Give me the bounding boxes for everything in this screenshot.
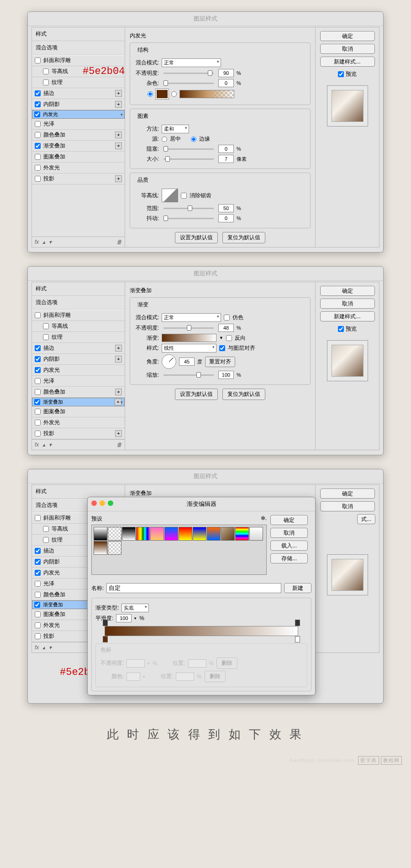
- color-swatch[interactable]: [156, 89, 169, 99]
- style-checkbox[interactable]: [35, 570, 41, 576]
- up-icon[interactable]: ▴: [42, 239, 45, 245]
- style-item-0[interactable]: 斜面和浮雕: [32, 55, 125, 66]
- up-icon[interactable]: ▴: [42, 644, 45, 651]
- style-item-7[interactable]: 颜色叠加+: [32, 130, 125, 141]
- style-checkbox[interactable]: [43, 334, 49, 340]
- style-item-8[interactable]: 渐变叠加+: [32, 398, 125, 406]
- style-checkbox[interactable]: [35, 633, 41, 639]
- up-icon[interactable]: ▴: [42, 442, 45, 448]
- style-checkbox[interactable]: [35, 592, 41, 598]
- jitter-input[interactable]: [218, 214, 234, 222]
- opacity-slider[interactable]: [163, 73, 214, 74]
- blend-mode-select[interactable]: 正常: [162, 58, 221, 67]
- range-slider[interactable]: [163, 208, 214, 209]
- plus-icon[interactable]: +: [115, 356, 122, 363]
- size-input[interactable]: [218, 155, 234, 163]
- style-checkbox[interactable]: [35, 378, 41, 384]
- gradient-preview[interactable]: [179, 90, 234, 98]
- down-icon[interactable]: ▾: [49, 442, 52, 448]
- style-item-2[interactable]: 纹理: [32, 332, 125, 343]
- ok-button[interactable]: 确定: [320, 31, 375, 41]
- cancel-button[interactable]: 取消: [320, 501, 375, 511]
- plus-icon[interactable]: +: [115, 345, 122, 352]
- plus-icon[interactable]: +: [115, 101, 122, 108]
- style-checkbox[interactable]: [35, 356, 41, 362]
- angle-input[interactable]: [179, 358, 195, 366]
- cancel-button[interactable]: 取消: [320, 44, 375, 54]
- style-checkbox[interactable]: [43, 68, 49, 74]
- noise-input[interactable]: [218, 79, 234, 87]
- style-item-6[interactable]: 光泽: [32, 376, 125, 387]
- style-item-2[interactable]: 纹理: [32, 77, 125, 88]
- style-checkbox[interactable]: [35, 622, 41, 628]
- style-checkbox[interactable]: [43, 537, 49, 543]
- new-style-button[interactable]: 新建样式...: [320, 311, 375, 321]
- reset-align-button[interactable]: 重置对齐: [205, 357, 235, 367]
- gradient-bar[interactable]: [162, 334, 216, 342]
- gradient-name-input[interactable]: [106, 583, 281, 593]
- style-checkbox[interactable]: [35, 548, 41, 554]
- style-item-7[interactable]: 颜色叠加+: [32, 387, 125, 398]
- style-checkbox[interactable]: [43, 323, 49, 329]
- style-item-9[interactable]: 图案叠加: [32, 152, 125, 163]
- smoothness-input[interactable]: [116, 614, 132, 622]
- style-checkbox[interactable]: [35, 611, 41, 617]
- style-checkbox[interactable]: [35, 431, 41, 437]
- contour-picker[interactable]: [162, 189, 178, 202]
- style-item-1[interactable]: 等高线: [32, 321, 125, 332]
- style-checkbox[interactable]: [34, 111, 40, 117]
- style-item-3[interactable]: 描边+: [32, 343, 125, 354]
- gradient-type-select[interactable]: 实底: [121, 604, 149, 612]
- opacity-input[interactable]: [218, 69, 234, 77]
- style-item-1[interactable]: 等高线: [32, 66, 125, 77]
- style-checkbox[interactable]: [35, 176, 41, 182]
- style-checkbox[interactable]: [43, 79, 49, 85]
- reverse-checkbox[interactable]: [226, 335, 232, 341]
- opacity-input[interactable]: [218, 324, 234, 332]
- style-checkbox[interactable]: [35, 559, 41, 565]
- style-item-6[interactable]: 光泽: [32, 119, 125, 130]
- style-checkbox[interactable]: [35, 90, 41, 96]
- source-edge-radio[interactable]: [191, 137, 196, 142]
- style-checkbox[interactable]: [34, 602, 40, 608]
- style-checkbox[interactable]: [35, 143, 41, 149]
- plus-icon[interactable]: +: [115, 399, 121, 405]
- minimize-icon[interactable]: [100, 500, 105, 506]
- style-checkbox[interactable]: [34, 399, 40, 405]
- preview-checkbox[interactable]: [338, 70, 344, 78]
- ge-new-button[interactable]: 新建: [284, 583, 311, 593]
- style-item-11[interactable]: 投影+: [32, 174, 125, 184]
- style-item-4[interactable]: 内阴影+: [32, 354, 125, 365]
- style-checkbox[interactable]: [35, 345, 41, 351]
- style-checkbox[interactable]: [35, 132, 41, 138]
- style-checkbox[interactable]: [35, 121, 41, 127]
- style-checkbox[interactable]: [35, 367, 41, 373]
- trash-icon[interactable]: 🗑: [116, 239, 122, 245]
- gear-icon[interactable]: ✲.: [261, 515, 267, 523]
- plus-icon[interactable]: +: [115, 430, 122, 437]
- antialias-checkbox[interactable]: [181, 193, 187, 199]
- style-checkbox[interactable]: [35, 409, 41, 415]
- style-item-11[interactable]: 投影+: [32, 428, 125, 439]
- plus-icon[interactable]: +: [115, 389, 122, 395]
- gradient-style-select[interactable]: 线性: [162, 344, 216, 352]
- angle-dial[interactable]: [162, 354, 176, 369]
- noise-slider[interactable]: [163, 83, 214, 84]
- opacity-slider[interactable]: [163, 327, 214, 329]
- style-checkbox[interactable]: [35, 389, 41, 395]
- close-icon[interactable]: [91, 500, 97, 506]
- scale-input[interactable]: [218, 371, 234, 379]
- set-default-button[interactable]: 设置为默认值: [175, 389, 218, 400]
- style-item-10[interactable]: 外发光: [32, 163, 125, 174]
- style-checkbox[interactable]: [35, 312, 41, 318]
- technique-select[interactable]: 柔和: [162, 125, 189, 133]
- style-item-0[interactable]: 斜面和浮雕: [32, 310, 125, 321]
- color-radio[interactable]: [148, 91, 153, 97]
- plus-icon[interactable]: +: [115, 90, 122, 97]
- scale-slider[interactable]: [163, 374, 214, 376]
- new-style-button[interactable]: 新建样式...: [320, 57, 375, 67]
- maximize-icon[interactable]: [108, 500, 113, 506]
- style-checkbox[interactable]: [35, 165, 41, 171]
- range-input[interactable]: [218, 204, 234, 212]
- reset-default-button[interactable]: 复位为默认值: [222, 389, 265, 400]
